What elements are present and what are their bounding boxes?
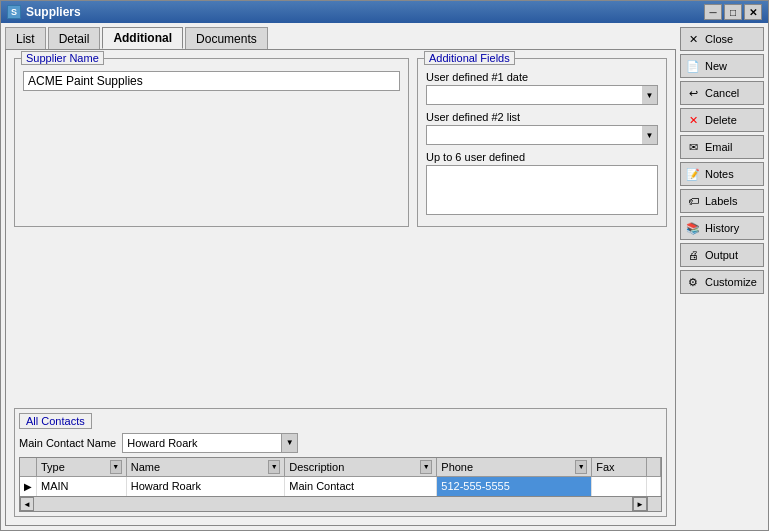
main-contact-label: Main Contact Name — [19, 437, 116, 449]
field1-label: User defined #1 date — [426, 71, 658, 83]
output-button[interactable]: 🖨 Output — [680, 243, 764, 267]
main-contact-select-wrapper: Howard Roark ▼ — [122, 433, 298, 453]
col-indicator — [20, 458, 37, 477]
additional-legend: Additional Fields — [424, 51, 515, 65]
sidebar: ✕ Close 📄 New ↩ Cancel ✕ Delete ✉ Email … — [680, 27, 764, 526]
notes-button[interactable]: 📝 Notes — [680, 162, 764, 186]
customize-button[interactable]: ⚙ Customize — [680, 270, 764, 294]
labels-icon: 🏷 — [685, 193, 701, 209]
tab-documents[interactable]: Documents — [185, 27, 268, 49]
history-button[interactable]: 📚 History — [680, 216, 764, 240]
history-icon: 📚 — [685, 220, 701, 236]
field2-select[interactable] — [426, 125, 658, 145]
field3-textarea[interactable] — [426, 165, 658, 215]
close-icon: ✕ — [685, 31, 701, 47]
row-indicator-cell: ▶ — [20, 476, 37, 496]
supplier-name-input[interactable] — [23, 71, 400, 91]
col-description: Description ▼ — [285, 458, 437, 477]
contacts-table-wrapper: Type ▼ Name ▼ — [19, 457, 662, 513]
scroll-right-btn[interactable]: ► — [633, 497, 647, 511]
field2-dropdown-btn[interactable]: ▼ — [642, 125, 658, 145]
cell-name: Howard Roark — [126, 476, 285, 496]
main-window: S Suppliers ─ □ ✕ List Detail Additional… — [0, 0, 769, 531]
output-icon: 🖨 — [685, 247, 701, 263]
minimize-button[interactable]: ─ — [704, 4, 722, 20]
field1-select-wrapper: ▼ — [426, 85, 658, 105]
field2-label: User defined #2 list — [426, 111, 658, 123]
contacts-table: Type ▼ Name ▼ — [20, 458, 661, 497]
delete-button[interactable]: ✕ Delete — [680, 108, 764, 132]
contacts-legend: All Contacts — [19, 413, 92, 429]
hscroll-track[interactable] — [34, 497, 633, 511]
sort-phone-btn[interactable]: ▼ — [575, 460, 587, 474]
app-icon: S — [7, 5, 21, 19]
contacts-section: All Contacts Main Contact Name Howard Ro… — [14, 408, 667, 518]
top-row: Supplier Name Additional Fields User def… — [14, 58, 667, 227]
sort-desc-btn[interactable]: ▼ — [420, 460, 432, 474]
col-type: Type ▼ — [37, 458, 127, 477]
new-icon: 📄 — [685, 58, 701, 74]
main-contact-select[interactable]: Howard Roark — [122, 433, 282, 453]
supplier-fieldset: Supplier Name — [14, 58, 409, 227]
cancel-icon: ↩ — [685, 85, 701, 101]
tab-list[interactable]: List — [5, 27, 46, 49]
cancel-button[interactable]: ↩ Cancel — [680, 81, 764, 105]
maximize-button[interactable]: □ — [724, 4, 742, 20]
additional-fieldset: Additional Fields User defined #1 date ▼… — [417, 58, 667, 227]
main-panel: List Detail Additional Documents Supplie… — [5, 27, 676, 526]
col-vscroll-header — [647, 458, 661, 477]
notes-icon: 📝 — [685, 166, 701, 182]
horizontal-scrollbar: ◄ ► — [20, 496, 661, 511]
main-contact-row: Main Contact Name Howard Roark ▼ — [19, 433, 662, 453]
new-button[interactable]: 📄 New — [680, 54, 764, 78]
tab-additional[interactable]: Additional — [102, 27, 183, 49]
col-name: Name ▼ — [126, 458, 285, 477]
cell-vscroll — [647, 476, 661, 496]
close-button[interactable]: ✕ Close — [680, 27, 764, 51]
spacer — [14, 233, 667, 402]
content-area: List Detail Additional Documents Supplie… — [1, 23, 768, 530]
table-header-row: Type ▼ Name ▼ — [20, 458, 661, 477]
email-button[interactable]: ✉ Email — [680, 135, 764, 159]
field2-select-wrapper: ▼ — [426, 125, 658, 145]
email-icon: ✉ — [685, 139, 701, 155]
supplier-legend: Supplier Name — [21, 51, 104, 65]
window-title: Suppliers — [26, 5, 704, 19]
main-contact-dropdown-btn[interactable]: ▼ — [282, 433, 298, 453]
col-fax: Fax — [592, 458, 647, 477]
titlebar: S Suppliers ─ □ ✕ — [1, 1, 768, 23]
window-controls: ─ □ ✕ — [704, 4, 762, 20]
cell-description: Main Contact — [285, 476, 437, 496]
field3-label: Up to 6 user defined — [426, 151, 658, 163]
cell-type: MAIN — [37, 476, 127, 496]
sort-type-btn[interactable]: ▼ — [110, 460, 122, 474]
table-row[interactable]: ▶ MAIN Howard Roark Main Contact 512-555… — [20, 476, 661, 496]
form-area: Supplier Name Additional Fields User def… — [5, 49, 676, 526]
scroll-corner — [647, 497, 661, 511]
tab-bar: List Detail Additional Documents — [5, 27, 676, 49]
close-window-button[interactable]: ✕ — [744, 4, 762, 20]
field1-select[interactable] — [426, 85, 658, 105]
col-phone: Phone ▼ — [437, 458, 592, 477]
labels-button[interactable]: 🏷 Labels — [680, 189, 764, 213]
delete-icon: ✕ — [685, 112, 701, 128]
tab-detail[interactable]: Detail — [48, 27, 101, 49]
field1-dropdown-btn[interactable]: ▼ — [642, 85, 658, 105]
sort-name-btn[interactable]: ▼ — [268, 460, 280, 474]
customize-icon: ⚙ — [685, 274, 701, 290]
cell-fax — [592, 476, 647, 496]
scroll-left-btn[interactable]: ◄ — [20, 497, 34, 511]
cell-phone: 512-555-5555 — [437, 476, 592, 496]
